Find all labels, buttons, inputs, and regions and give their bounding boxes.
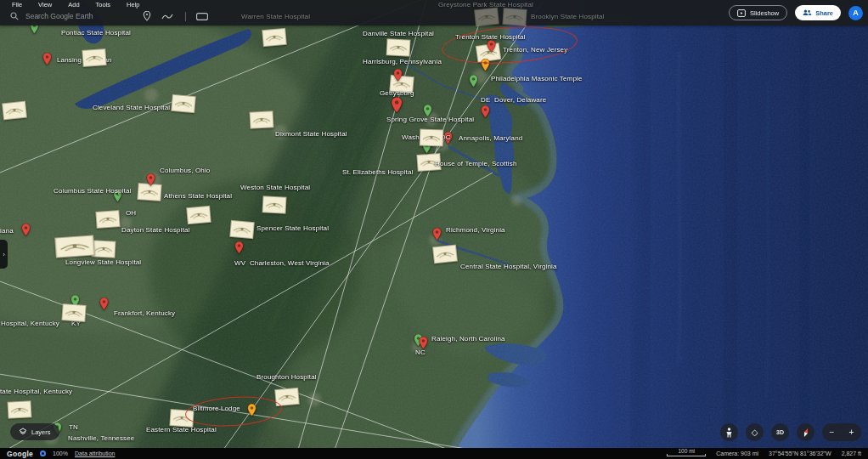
- envelope-placemark-icon[interactable]: [171, 94, 196, 113]
- map-label[interactable]: OH: [126, 209, 136, 217]
- placemark-pin-red[interactable]: [234, 241, 244, 254]
- menu-help[interactable]: Help: [127, 1, 139, 8]
- share-label: Share: [815, 9, 833, 17]
- envelope-placemark-icon[interactable]: [386, 38, 410, 56]
- chevron-right-icon: ›: [3, 251, 5, 258]
- envelope-placemark-icon[interactable]: [432, 245, 458, 264]
- map-label[interactable]: Cleveland State Hospital: [93, 104, 170, 111]
- add-path-icon[interactable]: [161, 13, 173, 20]
- map-label[interactable]: Richmond, Virginia: [446, 226, 505, 234]
- top-toolbar: File View Add Tools Help: [0, 0, 868, 26]
- share-button[interactable]: Share: [795, 5, 841, 20]
- layers-button[interactable]: Layers: [10, 423, 59, 440]
- map-label[interactable]: Pontiac State Hospital: [61, 29, 131, 37]
- data-attribution-link[interactable]: Data attribution: [75, 450, 115, 456]
- map-label[interactable]: Gettysburg: [380, 89, 414, 97]
- map-label[interactable]: Eastern State Hospital: [146, 426, 217, 434]
- placemark-pin-red[interactable]: [99, 298, 109, 310]
- envelope-placemark-icon[interactable]: [262, 196, 286, 213]
- map-label[interactable]: Spring Grove State Hospital: [386, 116, 474, 123]
- map-label[interactable]: WV Charleston, West Virginia: [234, 259, 330, 267]
- status-bar: Google 100% Data attribution 100 mi Came…: [0, 448, 868, 459]
- placemark-pin-red[interactable]: [432, 228, 442, 241]
- zoom-out-button[interactable]: −: [830, 428, 835, 437]
- map-label[interactable]: Weston State Hospital: [240, 184, 310, 191]
- envelope-placemark-icon[interactable]: [262, 28, 287, 47]
- placemark-pin-red[interactable]: [146, 173, 155, 186]
- view-switcher-button[interactable]: ◇: [746, 423, 764, 441]
- menu-add[interactable]: Add: [68, 1, 79, 8]
- placemark-pin-red[interactable]: [21, 224, 31, 236]
- placemark-pin-green[interactable]: [469, 75, 478, 88]
- placemark-pin-red[interactable]: [393, 69, 403, 82]
- envelope-placemark-icon[interactable]: [229, 220, 255, 239]
- map-label[interactable]: Columbus State Hospital: [54, 187, 132, 195]
- map-label[interactable]: House of Temple, Scottish: [435, 160, 517, 167]
- layers-label: Layers: [31, 428, 51, 436]
- envelope-placemark-icon[interactable]: [61, 303, 86, 322]
- envelope-placemark-icon[interactable]: [7, 400, 31, 418]
- map-label[interactable]: St. Elizabeths Hospital: [342, 168, 414, 176]
- loading-indicator: [40, 450, 46, 456]
- zoom-in-button[interactable]: +: [849, 428, 854, 437]
- scale-bracket: [667, 454, 706, 456]
- sidebar-expand-tab[interactable]: ›: [0, 240, 8, 269]
- scale-bar: 100 mi: [667, 448, 706, 456]
- map-label[interactable]: TN: [69, 423, 78, 431]
- map-label[interactable]: Hospital, Kentucky: [1, 320, 59, 327]
- scale-label: 100 mi: [679, 448, 696, 454]
- pegman-icon: [725, 428, 733, 438]
- map-label[interactable]: Philadelphia Masonic Temple: [491, 75, 583, 82]
- map-label[interactable]: Nashville, Tennessee: [68, 434, 134, 442]
- envelope-placemark-icon[interactable]: [54, 235, 95, 258]
- camera-distance: Camera: 903 mi: [716, 450, 758, 456]
- menu-bar: File View Add Tools Help: [12, 1, 140, 8]
- map-label[interactable]: Annapolis, Maryland: [459, 134, 522, 142]
- envelope-placemark-icon[interactable]: [91, 240, 116, 258]
- zoom-control[interactable]: − +: [822, 423, 861, 441]
- envelope-placemark-icon[interactable]: [186, 206, 211, 224]
- add-placemark-icon[interactable]: [143, 11, 151, 21]
- envelope-placemark-icon[interactable]: [2, 101, 27, 121]
- map-label[interactable]: Broughton Hospital: [256, 373, 317, 381]
- map-label[interactable]: Longview State Hospital: [65, 258, 141, 266]
- 3d-button[interactable]: 3D: [771, 423, 789, 441]
- envelope-placemark-icon[interactable]: [82, 48, 106, 67]
- map-label[interactable]: Athens State Hospital: [164, 192, 232, 200]
- search-icon: [10, 12, 19, 20]
- envelope-placemark-icon[interactable]: [249, 110, 273, 128]
- google-earth-window: File View Add Tools Help: [0, 0, 868, 459]
- map-label[interactable]: Danville State Hospital: [363, 30, 434, 37]
- map-label[interactable]: tate Hospital, Kentucky: [0, 388, 72, 395]
- map-label[interactable]: Spencer State Hospital: [256, 224, 329, 232]
- map-label[interactable]: Dixmont State Hospital: [275, 130, 347, 138]
- envelope-placemark-icon[interactable]: [420, 129, 444, 147]
- map-label[interactable]: Dayton State Hospital: [121, 226, 190, 234]
- compass-button[interactable]: [797, 423, 814, 441]
- account-avatar[interactable]: A: [848, 6, 863, 20]
- map-label[interactable]: Columbus, Ohio: [160, 167, 210, 174]
- menu-tools[interactable]: Tools: [96, 1, 111, 8]
- menu-view[interactable]: View: [38, 1, 52, 8]
- placemark-pin-red[interactable]: [481, 105, 490, 118]
- map-label[interactable]: Central State Hospital, Virginia: [460, 263, 557, 270]
- placemark-pin-red[interactable]: [419, 337, 428, 349]
- map-label[interactable]: NC: [415, 348, 426, 356]
- map-label[interactable]: DE: [481, 96, 490, 104]
- map-label[interactable]: Raleigh, North Carolina: [431, 335, 505, 343]
- slideshow-button[interactable]: Slideshow: [729, 5, 787, 20]
- menu-file[interactable]: File: [12, 1, 22, 8]
- placemark-pin-red[interactable]: [42, 53, 52, 65]
- map-label[interactable]: iana: [0, 227, 14, 235]
- search-input[interactable]: [24, 11, 132, 21]
- envelope-placemark-icon[interactable]: [95, 210, 120, 229]
- map-label[interactable]: Frankfort, Kentucky: [114, 309, 175, 317]
- placemark-pin-red[interactable]: [391, 97, 403, 114]
- map-label[interactable]: Dover, Delaware: [494, 96, 546, 104]
- toolbar-divider: [185, 12, 186, 21]
- pegman-button[interactable]: [720, 423, 738, 441]
- search-bar: [10, 11, 208, 21]
- 3d-label: 3D: [776, 429, 784, 435]
- map-label[interactable]: Harrisburg, Pennsylvania: [363, 58, 442, 65]
- add-overlay-icon[interactable]: [196, 13, 208, 20]
